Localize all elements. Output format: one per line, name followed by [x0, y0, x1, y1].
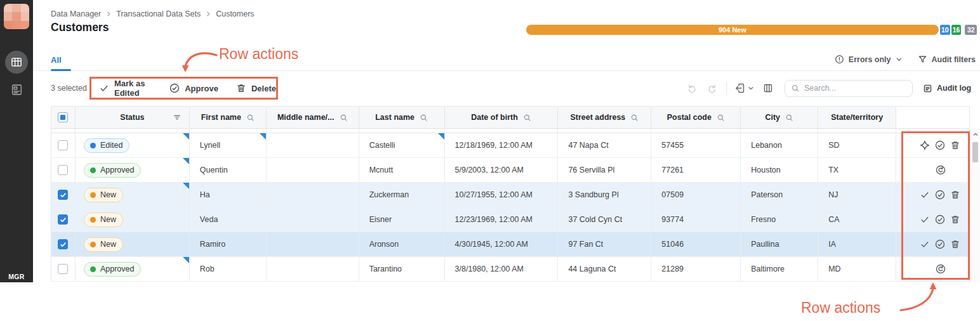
columns-button[interactable]	[763, 83, 773, 93]
search-icon[interactable]	[523, 114, 531, 122]
chevron-right-icon	[205, 11, 211, 17]
search-icon[interactable]	[340, 114, 348, 122]
cell-value: 77261	[661, 166, 684, 174]
scroll-up-icon[interactable]	[972, 131, 979, 138]
last-cell: Mcnutt	[359, 158, 445, 182]
search-icon[interactable]	[630, 114, 639, 122]
row-checkbox-cell	[51, 158, 76, 182]
progress-segment-new: 904 New	[526, 25, 939, 35]
dob-cell: 5/9/2003, 12:00 AM	[445, 158, 559, 182]
audit-filters-button[interactable]: Audit filters	[918, 55, 976, 64]
delete-row-action-icon[interactable]	[950, 239, 960, 249]
column-header-street[interactable]: Street address	[558, 107, 651, 128]
search-icon	[791, 84, 800, 93]
column-header-first[interactable]: First name	[190, 107, 267, 128]
column-label: Street address	[570, 113, 625, 122]
approve-row-action-icon[interactable]	[935, 239, 945, 249]
audit-log-icon	[923, 84, 932, 93]
cell-value: TX	[828, 166, 838, 174]
edited-cell-corner	[183, 158, 189, 164]
approve-row-action-icon[interactable]	[935, 140, 945, 150]
column-label: Status	[120, 113, 144, 122]
cell-value: Rob	[200, 265, 215, 273]
revert-row-action-icon[interactable]	[936, 165, 946, 175]
status-label: New	[100, 240, 116, 249]
row-checkbox[interactable]	[58, 264, 68, 274]
search-input[interactable]	[804, 84, 907, 93]
search-icon[interactable]	[717, 114, 725, 122]
export-button[interactable]	[734, 82, 746, 94]
sidebar-item-forms[interactable]	[10, 82, 23, 96]
mark-as-edited-button[interactable]: Mark as Edited	[99, 79, 152, 98]
state-cell: MD	[818, 257, 896, 281]
street-cell: 76 Servilla Pl	[558, 158, 651, 182]
approve-button[interactable]: Approve	[169, 83, 218, 93]
delete-row-action-icon[interactable]	[950, 214, 960, 225]
status-cell: Edited	[76, 133, 190, 157]
cell-value: 10/27/1955, 12:00 AM	[455, 190, 533, 199]
audit-log-button[interactable]: Audit log	[923, 84, 971, 93]
selected-count-label: 3 selected	[51, 84, 87, 93]
errors-only-dropdown[interactable]: Errors only	[835, 55, 903, 64]
mark-edited-row-action-icon[interactable]	[920, 190, 930, 200]
row-checkbox-cell	[51, 183, 76, 207]
column-header-postal[interactable]: Postal code	[651, 107, 741, 128]
delete-button[interactable]: Delete	[236, 83, 276, 93]
row-checkbox[interactable]	[58, 239, 68, 249]
filter-icon[interactable]	[173, 113, 182, 122]
row-checkbox[interactable]	[58, 214, 68, 225]
export-chevron-down-icon[interactable]	[748, 85, 754, 91]
redo-button[interactable]	[706, 83, 717, 94]
gap-cell	[558, 129, 651, 133]
logo-grid-cell	[4, 21, 12, 29]
cell-value: 51046	[661, 240, 684, 249]
cell-value: 93774	[661, 215, 684, 224]
row-checkbox[interactable]	[58, 190, 68, 200]
cell-value: Lynell	[200, 141, 220, 150]
table-row: NewRamiroAronson4/30/1945, 12:00 AM97 Fa…	[51, 232, 970, 257]
scrollbar-thumb[interactable]	[972, 142, 978, 162]
select-all-checkbox[interactable]	[58, 112, 68, 122]
gap-cell	[267, 129, 359, 133]
first-cell: Quentin	[190, 158, 267, 182]
row-actions-cell	[896, 232, 970, 256]
row-checkbox[interactable]	[58, 140, 68, 150]
undo-button[interactable]	[687, 83, 698, 94]
gap-cell	[76, 129, 190, 133]
breadcrumb-item[interactable]: Data Manager	[51, 10, 101, 18]
status-dot	[90, 266, 96, 272]
search-icon[interactable]	[785, 114, 793, 122]
sidebar-item-data-sets[interactable]	[5, 51, 28, 74]
column-header-dob[interactable]: Date of birth	[445, 107, 559, 128]
city-cell: Paterson	[741, 183, 818, 207]
column-header-city[interactable]: City	[741, 107, 818, 128]
revert-row-action-icon[interactable]	[936, 264, 946, 274]
mark-edited-row-action-icon[interactable]	[920, 214, 930, 225]
approve-row-action-icon[interactable]	[935, 190, 945, 200]
column-header-status[interactable]: Status	[76, 107, 190, 128]
cell-value: Veda	[200, 215, 218, 224]
search-icon[interactable]	[420, 114, 428, 122]
column-header-state[interactable]: State/territory	[818, 107, 896, 128]
sparkle-row-action-icon[interactable]	[920, 140, 930, 150]
logo-grid-cell	[21, 4, 29, 12]
middle-cell	[267, 158, 359, 182]
delete-row-action-icon[interactable]	[950, 190, 960, 200]
app-logo[interactable]	[4, 4, 29, 29]
city-cell: Houston	[741, 158, 818, 182]
cell-value: 76 Servilla Pl	[568, 166, 614, 174]
postal-cell: 93774	[651, 207, 741, 232]
breadcrumb-item[interactable]: Transactional Data Sets	[116, 10, 201, 18]
mark-edited-row-action-icon[interactable]	[920, 239, 930, 249]
state-cell: TX	[818, 158, 896, 182]
row-checkbox[interactable]	[58, 165, 68, 175]
search-icon[interactable]	[246, 114, 255, 122]
app-logo-text: MGR	[0, 273, 33, 280]
column-header-middle[interactable]: Middle name/...	[267, 107, 359, 128]
column-header-last[interactable]: Last name	[359, 107, 445, 128]
first-cell: Ramiro	[190, 232, 267, 256]
postal-cell: 51046	[651, 232, 741, 256]
delete-row-action-icon[interactable]	[950, 140, 960, 150]
approve-row-action-icon[interactable]	[935, 214, 945, 225]
tab-all[interactable]: All	[51, 55, 62, 65]
